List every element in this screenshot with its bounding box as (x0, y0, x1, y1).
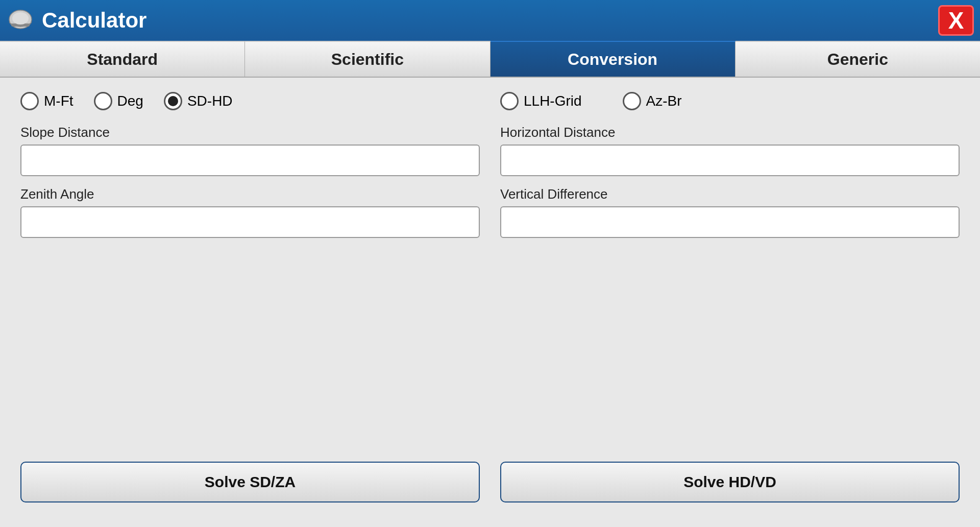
radio-label-az-br: Az-Br (646, 93, 682, 109)
radio-circle-az-br[interactable] (623, 92, 641, 110)
radio-llh-grid[interactable]: LLH-Grid (500, 92, 582, 110)
radio-sd-hd[interactable]: SD-HD (164, 92, 233, 110)
radio-label-m-ft: M-Ft (44, 93, 74, 109)
right-column: Horizontal Distance Vertical Difference (500, 114, 960, 451)
radio-circle-sd-hd[interactable] (164, 92, 182, 110)
close-icon[interactable]: X (948, 9, 964, 32)
solve-sd-za-button[interactable]: Solve SD/ZA (20, 462, 480, 502)
radio-group-left: M-Ft Deg SD-HD (20, 92, 490, 110)
radio-m-ft[interactable]: M-Ft (20, 92, 74, 110)
radio-row: M-Ft Deg SD-HD LLH-Grid Az-Br (20, 92, 960, 110)
horizontal-distance-input[interactable] (500, 145, 960, 176)
tab-standard[interactable]: Standard (0, 41, 245, 77)
radio-circle-llh-grid[interactable] (500, 92, 519, 110)
tab-conversion[interactable]: Conversion (491, 41, 736, 77)
vertical-difference-label: Vertical Difference (500, 186, 960, 202)
solve-row: Solve SD/ZA Solve HD/VD (20, 451, 960, 513)
svg-point-2 (12, 12, 29, 25)
title-left: Calculator (6, 6, 146, 35)
solve-hd-vd-button[interactable]: Solve HD/VD (500, 462, 960, 502)
zenith-angle-input[interactable] (20, 206, 480, 238)
radio-label-deg: Deg (117, 93, 143, 109)
radio-label-llh-grid: LLH-Grid (524, 93, 582, 109)
radio-group-right: LLH-Grid Az-Br (490, 92, 960, 110)
radio-deg[interactable]: Deg (94, 92, 143, 110)
radio-label-sd-hd: SD-HD (187, 93, 233, 109)
slope-distance-input[interactable] (20, 145, 480, 176)
zenith-angle-label: Zenith Angle (20, 186, 480, 202)
app-title: Calculator (42, 8, 146, 33)
title-bar: Calculator X (0, 0, 980, 41)
tab-bar: Standard Scientific Conversion Generic (0, 41, 980, 78)
horizontal-distance-label: Horizontal Distance (500, 125, 960, 140)
close-button[interactable]: X (938, 5, 974, 36)
helmet-icon (6, 6, 35, 35)
content-area: M-Ft Deg SD-HD LLH-Grid Az-Br (0, 78, 980, 527)
radio-circle-deg[interactable] (94, 92, 112, 110)
left-column: Slope Distance Zenith Angle (20, 114, 480, 451)
radio-circle-m-ft[interactable] (20, 92, 39, 110)
radio-az-br[interactable]: Az-Br (623, 92, 682, 110)
vertical-difference-input[interactable] (500, 206, 960, 238)
tab-generic[interactable]: Generic (736, 41, 980, 77)
tab-scientific[interactable]: Scientific (245, 41, 490, 77)
slope-distance-label: Slope Distance (20, 125, 480, 140)
two-column-layout: Slope Distance Zenith Angle Horizontal D… (20, 114, 960, 451)
